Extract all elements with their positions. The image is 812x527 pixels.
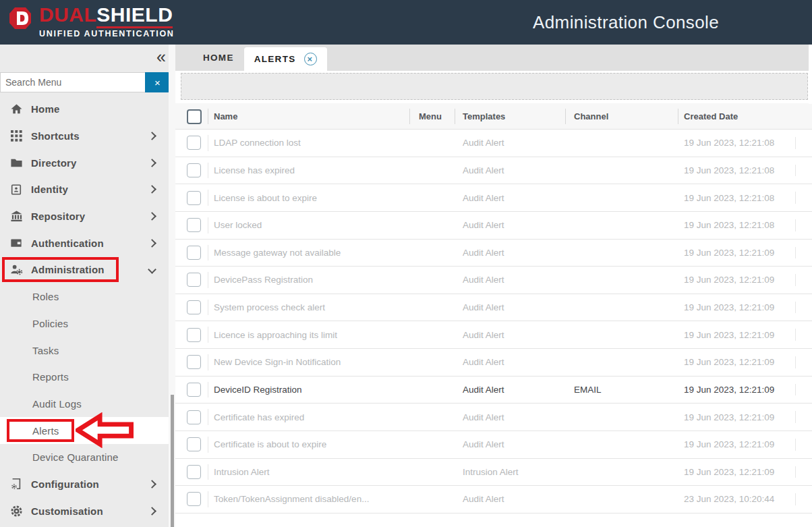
- row-checkbox[interactable]: [187, 191, 201, 205]
- sidebar-item-authentication[interactable]: Authentication: [0, 229, 169, 256]
- table-header-row: NameMenuTemplatesChannelCreated Date: [175, 103, 812, 130]
- row-checkbox-cell: [175, 184, 208, 211]
- cell-name: DevicePass Registration: [208, 275, 409, 285]
- column-header-name[interactable]: Name: [208, 103, 409, 130]
- column-header-templates[interactable]: Templates: [455, 103, 565, 130]
- annotation-arrow-icon: [76, 412, 134, 448]
- column-header-channel[interactable]: Channel: [565, 103, 678, 130]
- sidebar-item-policies[interactable]: Policies: [0, 310, 169, 337]
- table-row[interactable]: License is about to expire Audit Alert 1…: [175, 184, 812, 212]
- sidebar-item-identity[interactable]: Identity: [0, 176, 169, 203]
- row-checkbox-cell: [175, 459, 208, 486]
- cell-created-date: 19 Jun 2023, 12:21:09: [678, 330, 812, 340]
- table-row[interactable]: Intrusion Alert Intrusion Alert 19 Jun 2…: [175, 459, 812, 487]
- brand-name: DUALSHIELD: [39, 3, 173, 28]
- row-checkbox[interactable]: [187, 136, 201, 150]
- table-row[interactable]: License has expired Audit Alert 19 Jun 2…: [175, 157, 812, 185]
- tab-label: HOME: [203, 53, 234, 63]
- row-checkbox[interactable]: [187, 383, 201, 397]
- row-checkbox[interactable]: [187, 410, 201, 424]
- sidebar-item-customisation[interactable]: Customisation: [0, 497, 169, 524]
- cell-created-date: 19 Jun 2023, 12:21:08: [678, 193, 812, 203]
- sidebar-menu: HomeShortcutsDirectoryIdentityRepository…: [0, 96, 169, 524]
- dualshield-logo: DUALSHIELD UNIFIED AUTHENTICATION: [5, 3, 175, 40]
- row-checkbox[interactable]: [187, 437, 201, 451]
- select-all-checkbox-cell: [175, 103, 208, 130]
- home-icon: [9, 103, 23, 116]
- sidebar-item-directory[interactable]: Directory: [0, 149, 169, 176]
- table-row[interactable]: LDAP connection lost Audit Alert 19 Jun …: [175, 130, 812, 157]
- cell-created-date: 19 Jun 2023, 12:21:09: [678, 248, 812, 258]
- sidebar-item-label: Customisation: [31, 505, 103, 517]
- chevron-right-icon: [148, 159, 156, 167]
- tab-home[interactable]: HOME: [193, 45, 244, 71]
- sidebar-scrollbar-thumb[interactable]: [171, 395, 174, 527]
- cell-templates: Audit Alert: [455, 302, 565, 312]
- sidebar-item-tasks[interactable]: Tasks: [0, 337, 169, 364]
- sidebar-collapse-icon[interactable]: «: [156, 49, 166, 65]
- table-row[interactable]: Message gateway not available Audit Aler…: [175, 240, 812, 267]
- sidebar-item-roles[interactable]: Roles: [0, 283, 169, 310]
- select-all-checkbox[interactable]: [187, 109, 202, 124]
- search-input[interactable]: [0, 72, 145, 92]
- sidebar-item-shortcuts[interactable]: Shortcuts: [0, 123, 169, 150]
- sidebar-item-audit-logs[interactable]: Audit Logs: [0, 391, 169, 418]
- table-row[interactable]: Certificate has expired Audit Alert 19 J…: [175, 404, 812, 431]
- row-checkbox[interactable]: [187, 163, 201, 177]
- sidebar-item-label: Home: [31, 103, 59, 115]
- cell-templates: Audit Alert: [455, 330, 565, 340]
- cell-templates: Audit Alert: [455, 494, 565, 504]
- chevron-right-icon: [148, 480, 156, 489]
- sidebar-item-label: Reports: [32, 371, 69, 383]
- alerts-table: NameMenuTemplatesChannelCreated Date LDA…: [175, 103, 812, 514]
- row-checkbox-cell: [175, 349, 208, 376]
- row-checkbox[interactable]: [187, 300, 201, 314]
- row-checkbox[interactable]: [187, 328, 201, 342]
- sidebar-item-configuration[interactable]: Configuration: [0, 471, 169, 498]
- content-scrollbar-track: [809, 45, 812, 104]
- table-row[interactable]: System process check alert Audit Alert 1…: [175, 294, 812, 322]
- sidebar-scrollbar[interactable]: [169, 45, 175, 527]
- sidebar-item-repository[interactable]: Repository: [0, 203, 169, 230]
- table-row[interactable]: User locked Audit Alert 19 Jun 2023, 12:…: [175, 212, 812, 240]
- bank-icon: [9, 210, 23, 223]
- row-checkbox[interactable]: [187, 492, 201, 506]
- sidebar-item-reports[interactable]: Reports: [0, 364, 169, 391]
- table-row[interactable]: Certificate is about to expire Audit Ale…: [175, 431, 812, 459]
- tab-alerts[interactable]: ALERTS×: [244, 47, 327, 71]
- sidebar-item-alerts[interactable]: Alerts: [0, 417, 169, 444]
- search-clear-button[interactable]: ×: [145, 72, 170, 92]
- row-checkbox[interactable]: [187, 246, 201, 260]
- id-card-icon: [9, 183, 23, 196]
- table-row[interactable]: DevicePass Registration Audit Alert 19 J…: [175, 267, 812, 294]
- cell-templates: Audit Alert: [455, 357, 565, 367]
- brand-shield: SHIELD: [96, 3, 173, 28]
- row-checkbox[interactable]: [187, 465, 201, 479]
- tab-close-icon[interactable]: ×: [304, 53, 317, 65]
- sidebar-item-label: Roles: [32, 291, 59, 302]
- cell-name: System process check alert: [208, 302, 409, 312]
- sidebar-item-device-quarantine[interactable]: Device Quarantine: [0, 444, 169, 471]
- cell-created-date: 19 Jun 2023, 12:21:09: [678, 439, 812, 449]
- row-checkbox-cell: [175, 431, 208, 458]
- table-row[interactable]: Licence is approaching its limit Audit A…: [175, 321, 812, 349]
- cell-created-date: 19 Jun 2023, 12:21:08: [678, 138, 812, 148]
- row-checkbox[interactable]: [187, 218, 201, 232]
- cell-channel: EMAIL: [565, 385, 678, 395]
- table-row[interactable]: Token/TokenAssignment disabled/en... Aud…: [175, 486, 812, 514]
- sidebar-item-home[interactable]: Home: [0, 96, 169, 123]
- table-body: LDAP connection lost Audit Alert 19 Jun …: [175, 130, 812, 514]
- cell-templates: Audit Alert: [455, 193, 565, 203]
- row-checkbox-cell: [175, 157, 208, 184]
- sidebar-search: ×: [0, 72, 170, 92]
- cell-name: Message gateway not available: [208, 248, 409, 258]
- table-row[interactable]: New Device Sign-in Notification Audit Al…: [175, 349, 812, 377]
- table-row[interactable]: DeviceID Registration Audit Alert EMAIL …: [175, 377, 812, 404]
- column-header-created-date[interactable]: Created Date: [678, 103, 812, 130]
- main-content: HOMEALERTS× NameMenuTemplatesChannelCrea…: [175, 45, 812, 527]
- row-checkbox[interactable]: [187, 355, 201, 369]
- column-header-menu[interactable]: Menu: [409, 103, 455, 130]
- row-checkbox[interactable]: [187, 273, 201, 287]
- cell-templates: Audit Alert: [455, 165, 565, 175]
- sidebar-item-administration[interactable]: Administration: [0, 256, 169, 283]
